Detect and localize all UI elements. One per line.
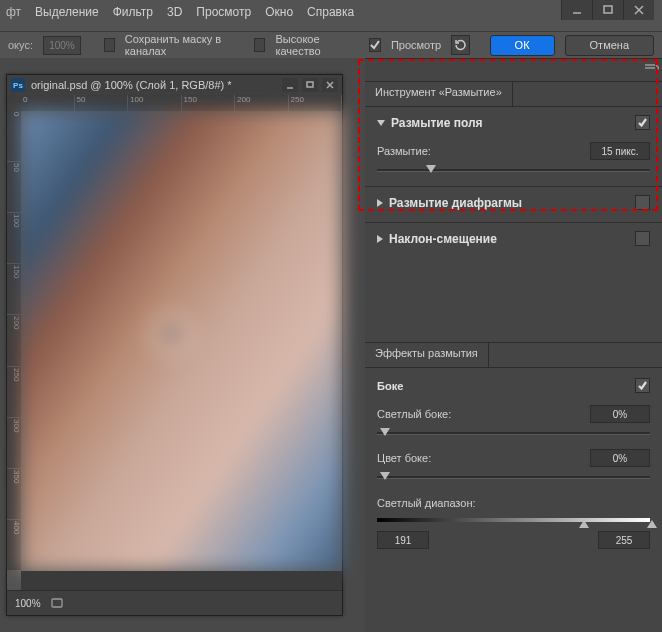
ok-button[interactable]: ОК (490, 35, 555, 56)
ruler-tick: 100 (128, 95, 182, 111)
ruler-tick: 100 (7, 213, 21, 264)
ruler-corner (7, 95, 21, 111)
panel-grip[interactable] (365, 58, 662, 82)
effects-panel-body: Боке Светлый боке: 0% Цвет боке: 0% (365, 368, 662, 559)
status-info-icon[interactable] (49, 596, 65, 610)
minimize-icon (572, 5, 582, 15)
ruler-tick: 150 (7, 264, 21, 315)
menu-item-view[interactable]: Просмотр (196, 5, 251, 19)
section-title: Размытие диафрагмы (389, 196, 522, 210)
ruler-horizontal[interactable]: 0 50 100 150 200 250 (21, 95, 342, 111)
ruler-tick: 350 (7, 469, 21, 520)
close-icon (326, 81, 334, 89)
blur-amount-field[interactable]: 15 пикс. (590, 142, 650, 160)
section-header-field-blur[interactable]: Размытие поля (377, 115, 650, 130)
slider-thumb[interactable] (380, 472, 390, 480)
panel-menu-icon[interactable] (645, 64, 659, 74)
svg-rect-0 (604, 6, 612, 13)
maximize-icon (603, 5, 613, 15)
light-bokeh-slider[interactable] (377, 429, 650, 437)
ruler-tick: 300 (7, 418, 21, 469)
window-maximize-button[interactable] (592, 0, 623, 20)
tab-blur-effects[interactable]: Эффекты размытия (365, 343, 489, 367)
save-mask-checkbox[interactable] (104, 38, 115, 52)
menu-item-window[interactable]: Окно (265, 5, 293, 19)
light-range-slider[interactable] (377, 515, 650, 525)
section-field-blur: Размытие поля Размытие: 15 пикс. (365, 107, 662, 187)
tab-blur-tool[interactable]: Инструмент «Размытие» (365, 82, 513, 106)
document-titlebar[interactable]: Ps original.psd @ 100% (Слой 1, RGB/8#) … (7, 75, 342, 95)
ruler-tick: 0 (21, 95, 75, 111)
doc-maximize-button[interactable] (302, 78, 318, 92)
disclosure-down-icon (377, 120, 385, 126)
tilt-shift-toggle[interactable] (635, 231, 650, 246)
menu-item-3d[interactable]: 3D (167, 5, 182, 19)
slider-thumb[interactable] (426, 165, 436, 173)
disclosure-right-icon (377, 235, 383, 243)
focus-label-fragment: окус: (8, 39, 33, 51)
iris-blur-toggle[interactable] (635, 195, 650, 210)
ruler-vertical[interactable]: 0 50 100 150 200 250 300 350 400 (7, 111, 21, 571)
high-quality-checkbox[interactable] (254, 38, 265, 52)
section-iris-blur: Размытие диафрагмы (365, 187, 662, 223)
menu-item-fragment[interactable]: фт (6, 5, 21, 19)
horizontal-scrollbar[interactable] (21, 571, 342, 591)
window-close-button[interactable] (623, 0, 654, 20)
menu-item-help[interactable]: Справка (307, 5, 354, 19)
window-minimize-button[interactable] (561, 0, 592, 20)
svg-rect-1 (307, 82, 313, 87)
maximize-icon (306, 81, 314, 89)
range-thumb-high[interactable] (647, 520, 657, 528)
color-bokeh-field[interactable]: 0% (590, 449, 650, 467)
ps-file-icon: Ps (11, 78, 25, 92)
slider-track (377, 432, 650, 435)
bokeh-title: Боке (377, 380, 403, 392)
section-title: Наклон-смещение (389, 232, 497, 246)
menu-item-select[interactable]: Выделение (35, 5, 99, 19)
light-bokeh-field[interactable]: 0% (590, 405, 650, 423)
ruler-tick: 150 (182, 95, 236, 111)
ruler-tick: 250 (289, 95, 343, 111)
section-tilt-shift: Наклон-смещение (365, 223, 662, 258)
slider-track (377, 169, 650, 172)
blur-pin[interactable] (149, 311, 193, 355)
document-title: original.psd @ 100% (Слой 1, RGB/8#) * (31, 79, 276, 91)
svg-rect-2 (52, 599, 62, 607)
light-range-low-field[interactable]: 191 (377, 531, 429, 549)
options-bar: окус: 100% Сохранить маску в каналах Выс… (0, 31, 662, 59)
range-thumb-low[interactable] (579, 520, 589, 528)
ruler-tick: 200 (7, 315, 21, 366)
close-icon (634, 5, 644, 15)
ruler-tick: 50 (7, 162, 21, 213)
section-header-tilt-shift[interactable]: Наклон-смещение (377, 231, 650, 246)
preview-checkbox[interactable] (369, 38, 381, 52)
field-blur-toggle[interactable] (635, 115, 650, 130)
light-bokeh-label: Светлый боке: (377, 408, 451, 420)
panel-tabs: Инструмент «Размытие» (365, 82, 662, 107)
effects-panel-tabs: Эффекты размытия (365, 342, 662, 368)
reset-button[interactable] (451, 35, 469, 55)
canvas[interactable] (21, 111, 342, 571)
blur-amount-slider[interactable] (377, 166, 650, 174)
slider-thumb[interactable] (380, 428, 390, 436)
color-bokeh-label: Цвет боке: (377, 452, 431, 464)
section-header-iris-blur[interactable]: Размытие диафрагмы (377, 195, 650, 210)
cancel-button[interactable]: Отмена (565, 35, 654, 56)
high-quality-label: Высокое качество (275, 33, 344, 57)
bokeh-toggle[interactable] (635, 378, 650, 393)
document-statusbar: 100% (7, 590, 342, 615)
zoom-readout[interactable]: 100% (15, 598, 41, 609)
menu-item-filter[interactable]: Фильтр (113, 5, 153, 19)
doc-minimize-button[interactable] (282, 78, 298, 92)
check-icon (638, 118, 647, 127)
range-track (377, 518, 650, 522)
menu-bar: фт Выделение Фильтр 3D Просмотр Окно Спр… (0, 2, 354, 22)
ruler-tick: 50 (75, 95, 129, 111)
color-bokeh-slider[interactable] (377, 473, 650, 481)
focus-percent-field[interactable]: 100% (43, 36, 81, 55)
preview-label: Просмотр (391, 39, 441, 51)
doc-close-button[interactable] (322, 78, 338, 92)
light-range-high-field[interactable]: 255 (598, 531, 650, 549)
section-title: Размытие поля (391, 116, 483, 130)
check-icon (638, 381, 647, 390)
